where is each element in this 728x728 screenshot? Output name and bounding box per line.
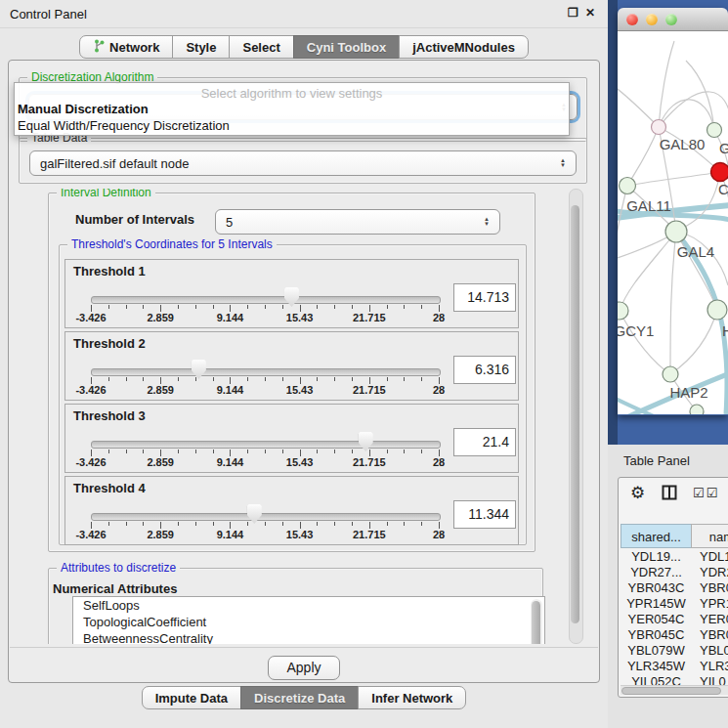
tab-cyni-toolbox[interactable]: Cyni Toolbox (293, 35, 400, 59)
tick-mark (247, 377, 248, 381)
network-node[interactable] (690, 405, 704, 414)
network-edge[interactable] (620, 232, 676, 311)
table-row[interactable]: YPR145WYPR1 (621, 596, 728, 612)
scrollbar-thumb[interactable] (532, 601, 540, 644)
list-item-topologicalcoefficient[interactable]: TopologicalCoefficient (73, 614, 544, 630)
network-edge[interactable] (686, 61, 714, 130)
apply-button[interactable]: Apply (268, 656, 340, 680)
select-columns-icons[interactable]: ☑☑ (693, 486, 719, 500)
network-edge[interactable] (659, 100, 714, 130)
settings-vertical-scrollbar[interactable] (569, 189, 583, 644)
tab-network[interactable]: Network (79, 35, 173, 59)
minimize-traffic-light-icon[interactable] (646, 14, 658, 25)
table-data-combobox-value: galFiltered.sif default node (30, 156, 554, 171)
tick-mark (108, 377, 109, 381)
close-traffic-light-icon[interactable] (626, 14, 638, 25)
slider-track[interactable] (91, 513, 441, 521)
table-row[interactable]: YDL19...YDL1 (621, 549, 728, 565)
network-edge[interactable] (659, 41, 674, 127)
tick-mark (369, 305, 370, 312)
network-node-gcy1[interactable] (618, 302, 628, 320)
network-window-titlebar[interactable] (618, 8, 728, 31)
slider-track[interactable] (91, 441, 441, 449)
table-data-combobox[interactable]: galFiltered.sif default node ▲▼ (29, 150, 577, 176)
checkbox-icon[interactable]: ☑ (693, 486, 707, 500)
table-row[interactable]: YIL052CYIL0 (621, 674, 728, 685)
table-row[interactable]: YBR045CYBR0 (621, 627, 728, 643)
tick-label: -3.426 (75, 384, 106, 396)
tick-mark (439, 377, 440, 384)
network-node-gal11[interactable] (620, 178, 636, 194)
scrollbar-thumb[interactable] (621, 687, 721, 695)
threshold-value-field[interactable]: 6.316 (453, 356, 516, 384)
cell-shared-name: YIL052C (621, 674, 692, 685)
group-title: Attributes to discretize (57, 561, 180, 575)
popup-placeholder: Select algorithm to view settings (15, 83, 569, 101)
network-edge[interactable] (670, 310, 717, 374)
slider-thumb[interactable] (192, 360, 206, 379)
network-node-hap2[interactable] (663, 366, 678, 382)
column-header-shared-name[interactable]: shared... (621, 524, 692, 548)
cell-name: YER0 (692, 612, 728, 627)
slider-thumb[interactable] (247, 504, 262, 524)
split-columns-icon[interactable] (662, 485, 677, 500)
slider-thumb[interactable] (359, 432, 373, 451)
table-row[interactable]: YDR27...YDR2 (621, 565, 728, 580)
tab-impute-data[interactable]: Impute Data (142, 686, 241, 709)
algorithm-dropdown-popup: Select algorithm to view settings Manual… (14, 82, 570, 136)
table-panel-region: Table Panel ⚙ ☑☑ shared... name YDL19...… (608, 445, 728, 728)
network-node-h[interactable] (707, 300, 727, 320)
tab-label: Style (186, 40, 216, 55)
tick-mark (387, 305, 388, 309)
numerical-attributes-list[interactable]: SelfLoopsTopologicalCoefficientBetweenne… (72, 596, 545, 644)
list-item-selfloops[interactable]: SelfLoops (73, 597, 544, 614)
table-row[interactable]: YER054CYER0 (621, 612, 728, 627)
menu-item-manual-discretization[interactable]: Manual Discretization (15, 101, 569, 117)
tab-select[interactable]: Select (229, 35, 293, 59)
tick-label: -3.426 (75, 529, 106, 540)
stepper-icon: ▲▼ (554, 158, 576, 168)
table-row[interactable]: YLR345WYLR3 (621, 659, 728, 674)
gear-icon[interactable]: ⚙ (630, 483, 645, 503)
threshold-value-field[interactable]: 11.344 (453, 500, 516, 529)
float-window-icon[interactable]: ❐ (568, 6, 578, 20)
slider-thumb[interactable] (284, 287, 299, 307)
network-node-gal80[interactable] (652, 120, 666, 135)
network-node-gal4[interactable] (665, 221, 687, 242)
threshold-value-field[interactable]: 14.713 (453, 283, 516, 312)
network-edge[interactable] (627, 172, 720, 186)
settings-scroll-area: Interval Definition Number of Intervals … (19, 189, 583, 644)
table-row[interactable]: YBL079WYBL0 (621, 643, 728, 659)
tab-discretize-data[interactable]: Discretize Data (240, 686, 359, 709)
control-panel-tabs: NetworkStyleSelectCyni ToolboxjActiveMNo… (0, 35, 608, 59)
network-edge[interactable] (620, 311, 670, 374)
checkbox-icon[interactable]: ☑ (707, 486, 720, 500)
scrollbar-thumb[interactable] (571, 205, 579, 623)
threshold-value-field[interactable]: 21.4 (453, 428, 516, 456)
slider-track[interactable] (91, 296, 441, 304)
list-item-betweennesscentrality[interactable]: BetweennessCentrality (73, 630, 544, 644)
menu-item-equal-width-frequency-discretization[interactable]: Equal Width/Frequency Discretization (15, 117, 569, 134)
network-edge[interactable] (618, 86, 659, 127)
network-canvas[interactable]: GAL80GACGAL11GAL4GCY1HHAP2 (618, 31, 728, 414)
network-edge[interactable] (627, 127, 659, 186)
network-node-c[interactable] (711, 163, 728, 182)
table-row[interactable]: YBR043CYBR0 (621, 580, 728, 596)
tick-mark (160, 450, 161, 456)
network-node-ga[interactable] (707, 123, 722, 138)
slider-track[interactable] (91, 368, 441, 376)
table-horizontal-scrollbar[interactable] (621, 685, 728, 695)
cell-name: YBR0 (692, 627, 728, 643)
attributes-list-scrollbar[interactable] (531, 599, 542, 644)
threshold-label: Threshold 4 (73, 481, 146, 495)
number-of-intervals-combobox[interactable]: 5 ▲▼ (215, 209, 500, 235)
network-edge[interactable] (670, 232, 676, 374)
cell-name: YIL0 (692, 674, 726, 685)
tab-jactivemnodules[interactable]: jActiveMNodules (399, 35, 529, 59)
tab-infer-network[interactable]: Infer Network (358, 686, 466, 709)
close-icon[interactable]: ✕ (585, 6, 595, 20)
tick-mark (178, 450, 179, 453)
column-header-name[interactable]: name (691, 524, 728, 548)
zoom-traffic-light-icon[interactable] (665, 14, 677, 25)
tab-style[interactable]: Style (172, 35, 230, 59)
